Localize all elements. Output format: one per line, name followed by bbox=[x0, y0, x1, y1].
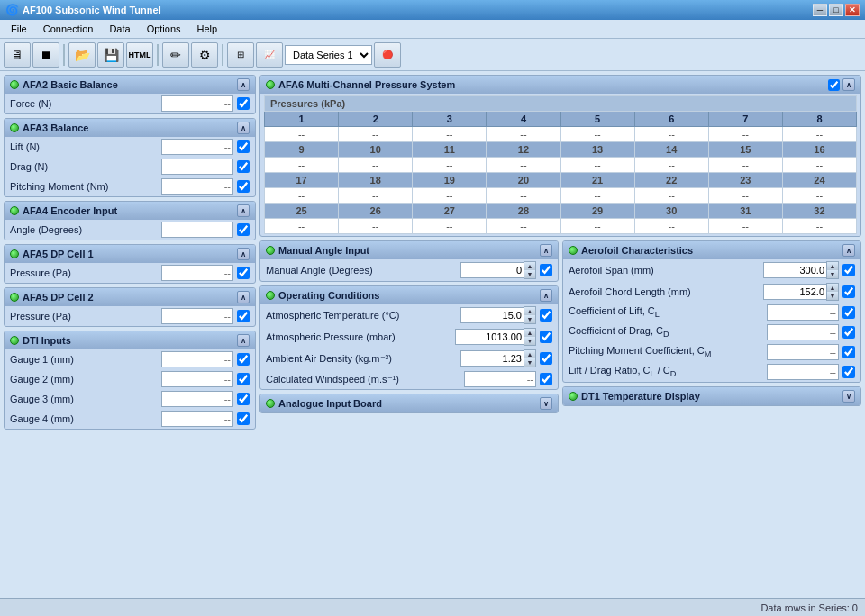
aerofoil-chord-checkbox[interactable] bbox=[842, 285, 855, 298]
dt1-collapse-btn[interactable]: ∨ bbox=[842, 390, 855, 403]
menu-data[interactable]: Data bbox=[102, 22, 137, 36]
menu-connection[interactable]: Connection bbox=[36, 22, 101, 36]
afa3-lift-checkbox[interactable] bbox=[237, 140, 250, 153]
operating-conditions-status-dot bbox=[266, 291, 275, 300]
manual-angle-spin-down[interactable]: ▼ bbox=[524, 270, 535, 278]
afa5-1-pressure-checkbox[interactable] bbox=[237, 267, 250, 279]
atm-temp-checkbox[interactable] bbox=[540, 309, 552, 322]
aerofoil-span-spin-down[interactable]: ▼ bbox=[827, 270, 838, 278]
pressure-col-8: 8 bbox=[782, 112, 856, 127]
windspeed-input[interactable] bbox=[464, 371, 536, 387]
pressure-collapse-btn[interactable]: ∧ bbox=[842, 78, 855, 91]
coeff-drag-row: Coefficient of Drag, CD bbox=[563, 322, 860, 342]
pressure-master-checkbox[interactable] bbox=[828, 79, 840, 91]
table-row: ---------------- bbox=[265, 219, 857, 234]
dti-gauge2-checkbox[interactable] bbox=[237, 373, 250, 385]
afa4-title: AFA4 Encoder Input bbox=[23, 205, 117, 216]
atm-pressure-checkbox[interactable] bbox=[540, 331, 552, 343]
toolbar-monitor-btn[interactable]: 🖥 bbox=[4, 42, 31, 68]
dti-gauge2-label: Gauge 2 (mm) bbox=[10, 374, 158, 385]
afa5-1-collapse-btn[interactable]: ∧ bbox=[237, 248, 250, 260]
close-button[interactable]: ✕ bbox=[845, 4, 860, 16]
atm-temp-spin-down[interactable]: ▼ bbox=[524, 315, 535, 323]
menu-help[interactable]: Help bbox=[190, 22, 225, 36]
aerofoil-span-input[interactable] bbox=[763, 262, 826, 278]
analogue-header: Analogue Input Board ∨ bbox=[260, 394, 558, 412]
manual-angle-checkbox[interactable] bbox=[540, 264, 552, 276]
dti-gauge1-checkbox[interactable] bbox=[237, 353, 250, 366]
menu-file[interactable]: File bbox=[4, 22, 34, 36]
afa2-force-input[interactable] bbox=[161, 95, 233, 112]
manual-angle-spin-up[interactable]: ▲ bbox=[524, 262, 535, 270]
afa3-drag-checkbox[interactable] bbox=[237, 160, 250, 173]
windspeed-checkbox[interactable] bbox=[540, 373, 552, 385]
right-panel: AFA6 Multi-Channel Pressure System ∧ Pre… bbox=[260, 75, 861, 593]
air-density-spin-up[interactable]: ▲ bbox=[524, 350, 535, 358]
dti-collapse-btn[interactable]: ∧ bbox=[237, 334, 250, 347]
toolbar-chart-btn[interactable]: ⚙ bbox=[191, 42, 218, 68]
aerofoil-span-checkbox[interactable] bbox=[842, 264, 855, 276]
air-density-input[interactable] bbox=[460, 350, 524, 367]
atm-pressure-input[interactable] bbox=[455, 329, 524, 345]
toolbar-stop-btn[interactable]: ⏹ bbox=[32, 42, 59, 68]
atm-pressure-spin-down[interactable]: ▼ bbox=[524, 337, 535, 345]
afa2-collapse-btn[interactable]: ∧ bbox=[237, 78, 250, 91]
air-density-spin-down[interactable]: ▼ bbox=[524, 358, 535, 367]
air-density-label: Ambient Air Density (kg.m⁻³) bbox=[266, 353, 457, 365]
toolbar-graph-btn[interactable]: 📈 bbox=[256, 42, 283, 68]
afa3-lift-input[interactable] bbox=[161, 139, 233, 155]
dti-gauge3-checkbox[interactable] bbox=[237, 393, 250, 405]
menu-options[interactable]: Options bbox=[140, 22, 188, 36]
lift-drag-ratio-input[interactable] bbox=[767, 364, 839, 380]
atm-pressure-spin-up[interactable]: ▲ bbox=[524, 329, 535, 337]
aerofoil-chord-spin-down[interactable]: ▼ bbox=[827, 292, 838, 300]
bottom-left: Manual Angle Input ∧ Manual Angle (Degre… bbox=[260, 240, 559, 413]
afa4-angle-checkbox[interactable] bbox=[237, 223, 250, 236]
afa3-pitching-checkbox[interactable] bbox=[237, 180, 250, 193]
afa3-pitching-input[interactable] bbox=[161, 178, 233, 195]
toolbar-save-btn[interactable]: 💾 bbox=[97, 42, 124, 68]
afa3-collapse-btn[interactable]: ∧ bbox=[237, 122, 250, 134]
coeff-lift-input[interactable] bbox=[767, 304, 839, 321]
afa4-angle-input[interactable] bbox=[161, 222, 233, 238]
analogue-title: Analogue Input Board bbox=[278, 398, 382, 409]
afa5-1-pressure-input[interactable] bbox=[161, 265, 233, 281]
dti-gauge1-input[interactable] bbox=[161, 351, 233, 367]
analogue-collapse-btn[interactable]: ∨ bbox=[540, 397, 552, 410]
dti-gauge4-input[interactable] bbox=[161, 411, 233, 427]
dti-gauge3-input[interactable] bbox=[161, 391, 233, 407]
atm-temp-spin-up[interactable]: ▲ bbox=[524, 307, 535, 315]
coeff-drag-input[interactable] bbox=[767, 324, 839, 340]
operating-conditions-collapse-btn[interactable]: ∧ bbox=[540, 289, 552, 302]
atm-temp-input[interactable] bbox=[460, 307, 524, 323]
afa5-2-pressure-input[interactable] bbox=[161, 308, 233, 324]
afa2-force-checkbox[interactable] bbox=[237, 97, 250, 110]
manual-angle-collapse-btn[interactable]: ∧ bbox=[540, 244, 552, 257]
coeff-drag-checkbox[interactable] bbox=[842, 326, 855, 339]
afa5-2-pressure-checkbox[interactable] bbox=[237, 310, 250, 322]
aerofoil-collapse-btn[interactable]: ∧ bbox=[842, 244, 855, 257]
data-series-select[interactable]: Data Series 1 bbox=[285, 45, 372, 65]
pitching-coeff-input[interactable] bbox=[767, 344, 839, 360]
toolbar-table-btn[interactable]: ⊞ bbox=[227, 42, 254, 68]
dti-gauge4-checkbox[interactable] bbox=[237, 412, 250, 425]
manual-angle-input[interactable] bbox=[460, 262, 524, 278]
toolbar-wand-btn[interactable]: ✏ bbox=[162, 42, 189, 68]
pitching-coeff-checkbox[interactable] bbox=[842, 346, 855, 358]
toolbar-record-btn[interactable]: 🔴 bbox=[374, 42, 401, 68]
toolbar-open-btn[interactable]: 📂 bbox=[68, 42, 96, 68]
air-density-checkbox[interactable] bbox=[540, 352, 552, 365]
aerofoil-chord-input[interactable] bbox=[763, 284, 826, 300]
maximize-button[interactable]: □ bbox=[829, 4, 843, 16]
afa5-2-collapse-btn[interactable]: ∧ bbox=[237, 291, 250, 303]
afa4-collapse-btn[interactable]: ∧ bbox=[237, 204, 250, 217]
aerofoil-span-spin-up[interactable]: ▲ bbox=[827, 262, 838, 270]
lift-drag-ratio-checkbox[interactable] bbox=[842, 366, 855, 378]
afa3-drag-input[interactable] bbox=[161, 159, 233, 175]
toolbar-html-btn[interactable]: HTML bbox=[126, 42, 153, 68]
afa3-drag-label: Drag (N) bbox=[10, 161, 158, 172]
coeff-lift-checkbox[interactable] bbox=[842, 306, 855, 319]
aerofoil-chord-spin-up[interactable]: ▲ bbox=[827, 284, 838, 292]
dti-gauge2-input[interactable] bbox=[161, 371, 233, 387]
minimize-button[interactable]: ─ bbox=[813, 4, 827, 16]
